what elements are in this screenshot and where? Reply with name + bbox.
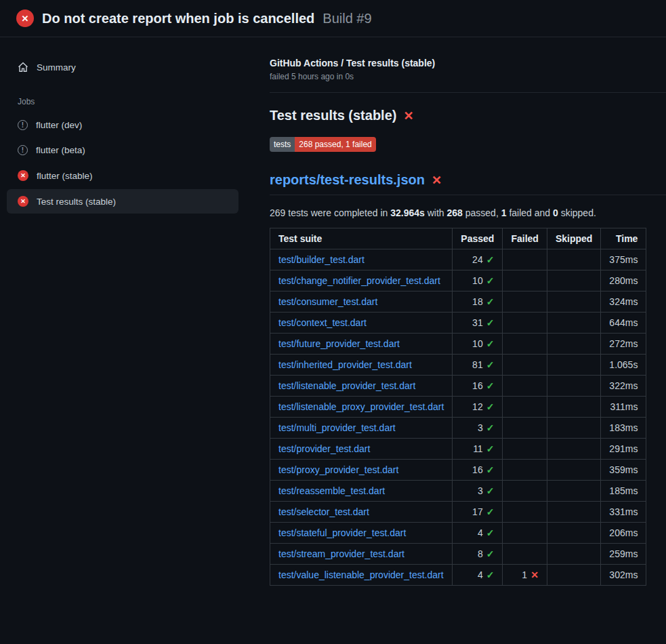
suite-link[interactable]: test/multi_provider_test.dart [278, 422, 396, 433]
report-file-link[interactable]: reports/test-results.json [270, 172, 425, 188]
sidebar-item-flutter-stable[interactable]: flutter (stable) [7, 163, 238, 188]
skipped-cell [547, 291, 600, 313]
check-icon: ✓ [486, 401, 495, 412]
skipped-cell [547, 270, 600, 291]
suite-link[interactable]: test/future_provider_test.dart [278, 338, 400, 349]
skipped-cell [547, 523, 600, 544]
check-run-header: Do not create report when job is cancell… [0, 0, 666, 37]
skipped-cell [547, 502, 600, 523]
suite-link[interactable]: test/selector_test.dart [278, 506, 369, 517]
table-row: test/value_listenable_provider_test.dart… [270, 565, 646, 586]
failed-status-icon [18, 196, 28, 207]
jobs-section-heading: Jobs [18, 97, 238, 106]
suite-link[interactable]: test/consumer_test.dart [278, 296, 377, 307]
sidebar-item-test-results-stable[interactable]: Test results (stable) [7, 189, 238, 214]
suite-link[interactable]: test/reassemble_test.dart [278, 485, 385, 496]
failed-cell [503, 460, 547, 481]
check-icon: ✓ [486, 464, 495, 475]
skipped-cell [547, 481, 600, 502]
summary-text: with [425, 207, 447, 218]
sidebar-item-label: Summary [37, 62, 76, 73]
time-cell: 280ms [601, 270, 646, 291]
failed-cell [503, 334, 547, 355]
skipped-cell [547, 439, 600, 460]
divider [270, 92, 666, 93]
main-content: GitHub Actions / Test results (stable) f… [245, 37, 666, 586]
passed-cell: 17✓ [453, 502, 503, 523]
failed-status-icon [16, 9, 34, 27]
time-cell: 359ms [601, 460, 646, 481]
passed-cell: 10✓ [453, 334, 503, 355]
failed-cell [503, 418, 547, 439]
time-cell: 644ms [601, 313, 646, 334]
sidebar: Summary Jobs flutter (dev) flutter (beta… [0, 37, 245, 215]
table-row: test/proxy_provider_test.dart 16✓ 359ms [270, 460, 646, 481]
suite-link[interactable]: test/provider_test.dart [278, 443, 370, 454]
suite-link[interactable]: test/proxy_provider_test.dart [278, 464, 398, 475]
suite-link[interactable]: test/inherited_provider_test.dart [278, 359, 412, 370]
failed-x-icon: ✕ [403, 108, 413, 123]
failed-cell [503, 397, 547, 418]
sidebar-item-flutter-dev[interactable]: flutter (dev) [7, 113, 238, 137]
passed-cell: 3✓ [453, 481, 503, 502]
check-icon: ✓ [486, 422, 495, 433]
badge-value: 268 passed, 1 failed [295, 137, 375, 152]
badge-label: tests [270, 137, 295, 152]
time-cell: 185ms [601, 481, 646, 502]
sidebar-item-label: flutter (stable) [37, 171, 93, 181]
table-header-row: Test suite Passed Failed Skipped Time [270, 228, 646, 249]
suite-link[interactable]: test/context_test.dart [278, 317, 367, 328]
summary-skipped-count: 0 [553, 207, 558, 218]
time-cell: 183ms [601, 418, 646, 439]
summary-passed-count: 268 [447, 207, 463, 218]
time-cell: 302ms [601, 565, 646, 586]
x-icon: ✕ [530, 569, 539, 580]
table-body: test/builder_test.dart 24✓ 375ms test/ch… [270, 249, 646, 586]
table-row: test/selector_test.dart 17✓ 331ms [270, 502, 646, 523]
passed-cell: 8✓ [453, 544, 503, 565]
check-icon: ✓ [486, 527, 495, 538]
summary-text: 269 tests were completed in [270, 207, 390, 218]
time-cell: 331ms [601, 502, 646, 523]
passed-cell: 11✓ [453, 439, 503, 460]
suite-link[interactable]: test/listenable_proxy_provider_test.dart [278, 401, 444, 412]
tests-badge: tests 268 passed, 1 failed [270, 137, 376, 152]
time-cell: 259ms [601, 544, 646, 565]
skipped-cell [547, 418, 600, 439]
sidebar-item-label: Test results (stable) [37, 197, 116, 207]
passed-cell: 24✓ [453, 249, 503, 270]
table-row: test/multi_provider_test.dart 3✓ 183ms [270, 418, 646, 439]
suite-link[interactable]: test/change_notifier_provider_test.dart [278, 275, 440, 286]
summary-text: failed and [507, 207, 554, 218]
suite-link[interactable]: test/builder_test.dart [278, 254, 365, 265]
section-title: Test results (stable) [270, 108, 396, 123]
suite-link[interactable]: test/listenable_provider_test.dart [278, 380, 415, 391]
col-header-passed: Passed [453, 228, 503, 249]
table-row: test/reassemble_test.dart 3✓ 185ms [270, 481, 646, 502]
neutral-status-icon [18, 145, 28, 155]
page-title: Do not create report when job is cancell… [42, 11, 314, 26]
failed-cell: 1✕ [503, 565, 547, 586]
skipped-cell [547, 460, 600, 481]
summary-failed-count: 1 [501, 207, 507, 218]
sidebar-item-summary[interactable]: Summary [7, 55, 238, 79]
passed-cell: 16✓ [453, 460, 503, 481]
suite-link[interactable]: test/stateful_provider_test.dart [278, 527, 406, 538]
check-icon: ✓ [486, 359, 495, 370]
sidebar-item-flutter-beta[interactable]: flutter (beta) [7, 138, 238, 162]
skipped-cell [547, 249, 600, 270]
table-row: test/provider_test.dart 11✓ 291ms [270, 439, 646, 460]
skipped-cell [547, 376, 600, 397]
time-cell: 311ms [601, 397, 646, 418]
sidebar-item-label: flutter (dev) [36, 120, 82, 130]
passed-cell: 4✓ [453, 523, 503, 544]
results-table: Test suite Passed Failed Skipped Time te… [270, 228, 646, 586]
col-header-test-suite: Test suite [270, 228, 453, 249]
skipped-cell [547, 355, 600, 376]
suite-link[interactable]: test/value_listenable_provider_test.dart [278, 569, 444, 580]
failed-cell [503, 270, 547, 291]
time-cell: 206ms [601, 523, 646, 544]
table-row: test/listenable_proxy_provider_test.dart… [270, 397, 646, 418]
col-header-time: Time [601, 228, 646, 249]
suite-link[interactable]: test/stream_provider_test.dart [278, 548, 404, 559]
